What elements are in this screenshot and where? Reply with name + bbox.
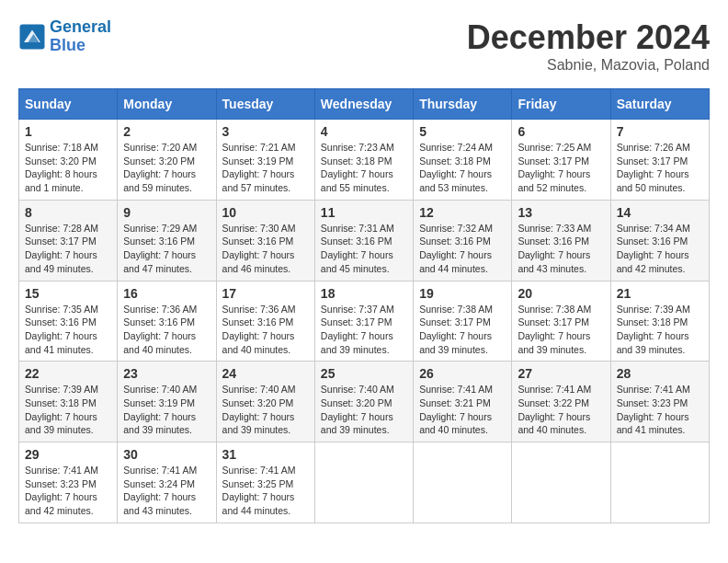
calendar-cell: 4 Sunrise: 7:23 AM Sunset: 3:18 PM Dayli… <box>314 120 413 201</box>
day-info: Sunrise: 7:24 AM Sunset: 3:18 PM Dayligh… <box>419 141 506 195</box>
weekday-header: Thursday <box>414 89 512 120</box>
day-number: 15 <box>25 286 111 301</box>
calendar-cell: 23 Sunrise: 7:40 AM Sunset: 3:19 PM Dayl… <box>118 362 216 442</box>
calendar-cell: 10 Sunrise: 7:30 AM Sunset: 3:16 PM Dayl… <box>216 200 314 281</box>
calendar-cell <box>414 442 512 523</box>
calendar-week-row: 15 Sunrise: 7:35 AM Sunset: 3:16 PM Dayl… <box>19 281 710 362</box>
calendar-table: SundayMondayTuesdayWednesdayThursdayFrid… <box>18 88 710 523</box>
calendar-week-row: 8 Sunrise: 7:28 AM Sunset: 3:17 PM Dayli… <box>19 200 710 281</box>
calendar-cell: 19 Sunrise: 7:38 AM Sunset: 3:17 PM Dayl… <box>414 281 512 362</box>
calendar-cell: 13 Sunrise: 7:33 AM Sunset: 3:16 PM Dayl… <box>512 200 610 281</box>
day-info: Sunrise: 7:32 AM Sunset: 3:16 PM Dayligh… <box>419 222 506 276</box>
weekday-header: Sunday <box>19 89 118 120</box>
day-info: Sunrise: 7:37 AM Sunset: 3:17 PM Dayligh… <box>321 303 407 357</box>
day-number: 16 <box>123 286 210 301</box>
day-number: 13 <box>518 205 604 220</box>
weekday-header: Saturday <box>610 89 709 120</box>
day-info: Sunrise: 7:25 AM Sunset: 3:17 PM Dayligh… <box>518 141 604 195</box>
calendar-cell: 27 Sunrise: 7:41 AM Sunset: 3:22 PM Dayl… <box>512 362 610 442</box>
day-number: 27 <box>518 366 604 381</box>
day-info: Sunrise: 7:40 AM Sunset: 3:20 PM Dayligh… <box>222 383 309 437</box>
day-number: 28 <box>617 366 703 381</box>
calendar-cell: 14 Sunrise: 7:34 AM Sunset: 3:16 PM Dayl… <box>610 200 709 281</box>
day-info: Sunrise: 7:36 AM Sunset: 3:16 PM Dayligh… <box>123 303 210 357</box>
day-info: Sunrise: 7:35 AM Sunset: 3:16 PM Dayligh… <box>25 303 111 357</box>
day-number: 29 <box>25 447 111 462</box>
weekday-header: Friday <box>512 89 610 120</box>
calendar-cell: 8 Sunrise: 7:28 AM Sunset: 3:17 PM Dayli… <box>19 200 118 281</box>
day-info: Sunrise: 7:23 AM Sunset: 3:18 PM Dayligh… <box>321 141 407 195</box>
day-info: Sunrise: 7:31 AM Sunset: 3:16 PM Dayligh… <box>321 222 407 276</box>
day-info: Sunrise: 7:40 AM Sunset: 3:20 PM Dayligh… <box>321 383 407 437</box>
day-info: Sunrise: 7:40 AM Sunset: 3:19 PM Dayligh… <box>123 383 210 437</box>
day-info: Sunrise: 7:28 AM Sunset: 3:17 PM Dayligh… <box>25 222 111 276</box>
day-info: Sunrise: 7:33 AM Sunset: 3:16 PM Dayligh… <box>518 222 604 276</box>
calendar-cell: 31 Sunrise: 7:41 AM Sunset: 3:25 PM Dayl… <box>216 442 314 523</box>
day-info: Sunrise: 7:21 AM Sunset: 3:19 PM Dayligh… <box>222 141 309 195</box>
calendar-cell: 17 Sunrise: 7:36 AM Sunset: 3:16 PM Dayl… <box>216 281 314 362</box>
day-number: 3 <box>222 124 309 139</box>
day-info: Sunrise: 7:18 AM Sunset: 3:20 PM Dayligh… <box>25 141 111 195</box>
calendar-cell: 18 Sunrise: 7:37 AM Sunset: 3:17 PM Dayl… <box>314 281 413 362</box>
calendar-cell <box>512 442 610 523</box>
day-info: Sunrise: 7:36 AM Sunset: 3:16 PM Dayligh… <box>222 303 309 357</box>
day-info: Sunrise: 7:20 AM Sunset: 3:20 PM Dayligh… <box>123 141 210 195</box>
calendar-week-row: 22 Sunrise: 7:39 AM Sunset: 3:18 PM Dayl… <box>19 362 710 442</box>
day-number: 18 <box>321 286 407 301</box>
day-info: Sunrise: 7:34 AM Sunset: 3:16 PM Dayligh… <box>617 222 703 276</box>
calendar-cell <box>314 442 413 523</box>
day-info: Sunrise: 7:41 AM Sunset: 3:24 PM Dayligh… <box>123 464 210 518</box>
calendar-cell: 1 Sunrise: 7:18 AM Sunset: 3:20 PM Dayli… <box>19 120 118 201</box>
day-number: 12 <box>419 205 506 220</box>
calendar-cell: 30 Sunrise: 7:41 AM Sunset: 3:24 PM Dayl… <box>118 442 216 523</box>
logo: General Blue <box>18 18 111 55</box>
location-subtitle: Sabnie, Mazovia, Poland <box>467 57 710 74</box>
day-number: 17 <box>222 286 309 301</box>
day-number: 2 <box>123 124 210 139</box>
calendar-cell: 24 Sunrise: 7:40 AM Sunset: 3:20 PM Dayl… <box>216 362 314 442</box>
day-number: 19 <box>419 286 506 301</box>
calendar-cell: 22 Sunrise: 7:39 AM Sunset: 3:18 PM Dayl… <box>19 362 118 442</box>
calendar-cell: 5 Sunrise: 7:24 AM Sunset: 3:18 PM Dayli… <box>414 120 512 201</box>
day-number: 24 <box>222 366 309 381</box>
calendar-cell: 3 Sunrise: 7:21 AM Sunset: 3:19 PM Dayli… <box>216 120 314 201</box>
day-number: 9 <box>123 205 210 220</box>
weekday-header: Wednesday <box>314 89 413 120</box>
calendar-cell: 29 Sunrise: 7:41 AM Sunset: 3:23 PM Dayl… <box>19 442 118 523</box>
day-number: 4 <box>321 124 407 139</box>
day-number: 20 <box>518 286 604 301</box>
page-header: General Blue December 2024 Sabnie, Mazov… <box>18 18 710 74</box>
calendar-header-row: SundayMondayTuesdayWednesdayThursdayFrid… <box>19 89 710 120</box>
day-number: 10 <box>222 205 309 220</box>
day-info: Sunrise: 7:41 AM Sunset: 3:22 PM Dayligh… <box>518 383 604 437</box>
day-info: Sunrise: 7:29 AM Sunset: 3:16 PM Dayligh… <box>123 222 210 276</box>
calendar-cell: 20 Sunrise: 7:38 AM Sunset: 3:17 PM Dayl… <box>512 281 610 362</box>
logo-text: General Blue <box>50 18 111 55</box>
calendar-cell: 25 Sunrise: 7:40 AM Sunset: 3:20 PM Dayl… <box>314 362 413 442</box>
month-title: December 2024 <box>467 18 710 57</box>
calendar-cell: 2 Sunrise: 7:20 AM Sunset: 3:20 PM Dayli… <box>118 120 216 201</box>
day-info: Sunrise: 7:41 AM Sunset: 3:23 PM Dayligh… <box>617 383 703 437</box>
calendar-body: 1 Sunrise: 7:18 AM Sunset: 3:20 PM Dayli… <box>19 120 710 523</box>
day-number: 8 <box>25 205 111 220</box>
day-number: 1 <box>25 124 111 139</box>
day-number: 5 <box>419 124 506 139</box>
day-info: Sunrise: 7:38 AM Sunset: 3:17 PM Dayligh… <box>518 303 604 357</box>
calendar-cell: 15 Sunrise: 7:35 AM Sunset: 3:16 PM Dayl… <box>19 281 118 362</box>
day-number: 26 <box>419 366 506 381</box>
calendar-cell: 9 Sunrise: 7:29 AM Sunset: 3:16 PM Dayli… <box>118 200 216 281</box>
calendar-cell: 26 Sunrise: 7:41 AM Sunset: 3:21 PM Dayl… <box>414 362 512 442</box>
calendar-week-row: 1 Sunrise: 7:18 AM Sunset: 3:20 PM Dayli… <box>19 120 710 201</box>
day-number: 6 <box>518 124 604 139</box>
day-number: 25 <box>321 366 407 381</box>
day-info: Sunrise: 7:39 AM Sunset: 3:18 PM Dayligh… <box>617 303 703 357</box>
calendar-week-row: 29 Sunrise: 7:41 AM Sunset: 3:23 PM Dayl… <box>19 442 710 523</box>
day-info: Sunrise: 7:30 AM Sunset: 3:16 PM Dayligh… <box>222 222 309 276</box>
calendar-cell: 7 Sunrise: 7:26 AM Sunset: 3:17 PM Dayli… <box>610 120 709 201</box>
day-number: 11 <box>321 205 407 220</box>
calendar-cell: 12 Sunrise: 7:32 AM Sunset: 3:16 PM Dayl… <box>414 200 512 281</box>
calendar-cell <box>610 442 709 523</box>
day-info: Sunrise: 7:41 AM Sunset: 3:21 PM Dayligh… <box>419 383 506 437</box>
day-number: 14 <box>617 205 703 220</box>
day-number: 22 <box>25 366 111 381</box>
